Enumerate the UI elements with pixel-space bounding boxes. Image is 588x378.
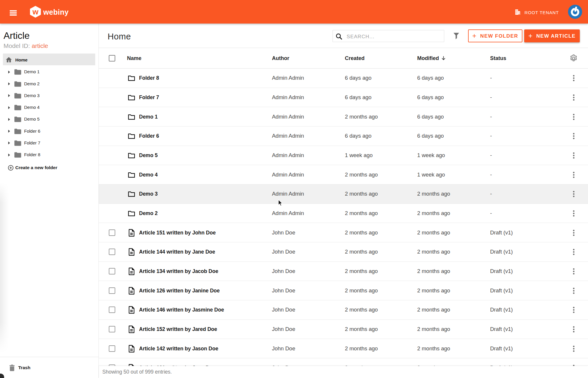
svg-text:w: w (32, 7, 39, 16)
